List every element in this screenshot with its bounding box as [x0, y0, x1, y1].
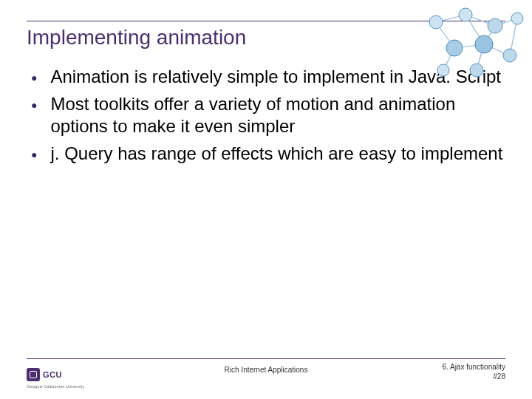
list-item: ● Animation is relatively simple to impl… [31, 66, 505, 89]
logo-subtext: Glasgow Caledonian University [27, 384, 84, 389]
bullet-list: ● Animation is relatively simple to impl… [27, 66, 505, 166]
slide-title: Implementing animation [27, 26, 505, 50]
bullet-icon: ● [31, 72, 37, 83]
svg-point-12 [459, 8, 472, 21]
list-item: ● Most toolkits offer a variety of motio… [31, 93, 505, 138]
svg-point-17 [503, 49, 516, 62]
slide: Implementing animation ● Animation is re… [0, 0, 532, 399]
bullet-icon: ● [31, 99, 37, 111]
title-rule [27, 21, 505, 21]
svg-point-14 [511, 13, 523, 24]
svg-line-10 [510, 18, 517, 55]
footer-right: 6. Ajax functionality #28 [442, 362, 505, 381]
footer-topic: 6. Ajax functionality [442, 362, 505, 372]
bullet-icon: ● [31, 149, 37, 160]
bullet-text: Animation is relatively simple to implem… [50, 66, 501, 89]
bullet-text: j. Query has range of effects which are … [50, 143, 502, 166]
footer-rule [27, 358, 505, 359]
footer-page: #28 [442, 372, 505, 381]
list-item: ● j. Query has range of effects which ar… [31, 143, 505, 166]
bullet-text: Most toolkits offer a variety of motion … [50, 93, 505, 138]
svg-line-2 [495, 18, 517, 26]
